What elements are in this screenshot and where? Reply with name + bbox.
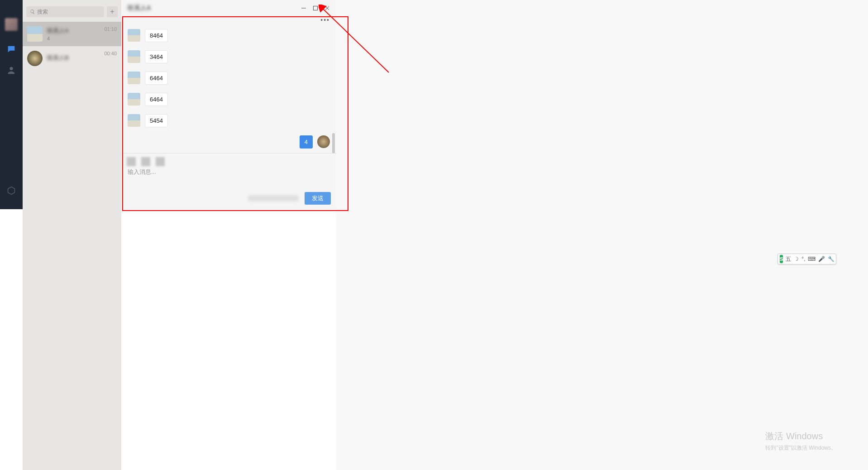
message-row: 5454 bbox=[128, 114, 330, 127]
chat-title: 联系人A bbox=[128, 4, 151, 12]
conversation-name: 联系人A bbox=[47, 27, 100, 35]
maximize-button[interactable] bbox=[313, 5, 318, 11]
conversation-item[interactable]: 联系人B 00:40 bbox=[23, 46, 121, 71]
ime-mode-label: 五 bbox=[786, 255, 791, 263]
wrench-icon: 🔧 bbox=[828, 256, 835, 262]
message-bubble: 3464 bbox=[145, 50, 168, 63]
search-icon bbox=[30, 9, 35, 14]
close-button[interactable] bbox=[324, 5, 330, 11]
avatar bbox=[128, 50, 140, 63]
window-controls bbox=[301, 5, 330, 11]
search-input[interactable]: 搜索 bbox=[26, 6, 104, 17]
chat-pane: 联系人A ••• 8464 3464 646 bbox=[121, 0, 336, 209]
add-button[interactable]: + bbox=[107, 6, 118, 17]
desktop-area bbox=[0, 209, 23, 470]
message-bubble: 5454 bbox=[145, 114, 168, 127]
avatar bbox=[27, 51, 43, 66]
keyboard-icon: ⌨ bbox=[808, 256, 816, 262]
desktop-area bbox=[121, 209, 336, 470]
message-list: 8464 3464 6464 6464 5454 4 bbox=[121, 24, 336, 153]
avatar bbox=[317, 135, 330, 148]
conversation-time: 00:40 bbox=[104, 51, 117, 56]
avatar bbox=[128, 29, 140, 42]
watermark-subtitle: 转到"设置"以激活 Windows。 bbox=[765, 444, 836, 452]
message-bubble: 8464 bbox=[145, 29, 168, 42]
message-row: 6464 bbox=[128, 72, 330, 85]
file-icon[interactable] bbox=[141, 157, 150, 166]
composer: 输入消息... 发送 bbox=[121, 153, 336, 209]
message-bubble: 6464 bbox=[145, 93, 168, 106]
moon-icon: ☽ bbox=[794, 256, 799, 262]
avatar bbox=[128, 114, 140, 127]
more-icon[interactable]: ••• bbox=[320, 16, 330, 24]
message-row: 6464 bbox=[128, 93, 330, 106]
contacts-icon[interactable] bbox=[6, 65, 16, 75]
avatar bbox=[27, 26, 43, 42]
message-bubble: 6464 bbox=[145, 72, 168, 85]
conversation-time: 01:10 bbox=[104, 26, 117, 32]
send-hint bbox=[248, 196, 298, 201]
message-row: 4 bbox=[128, 135, 330, 149]
nav-rail bbox=[0, 0, 23, 209]
chat-icon[interactable] bbox=[6, 44, 16, 54]
avatar bbox=[128, 72, 140, 84]
screenshot-icon[interactable] bbox=[156, 157, 165, 166]
windows-activation-watermark: 激活 Windows 转到"设置"以激活 Windows。 bbox=[765, 430, 836, 452]
ime-badge-icon: S bbox=[780, 255, 783, 263]
conversation-list: 搜索 + 联系人A 4 01:10 联系人B 00:40 bbox=[23, 0, 121, 209]
scrollbar[interactable] bbox=[332, 133, 335, 153]
watermark-title: 激活 Windows bbox=[765, 430, 836, 442]
avatar bbox=[128, 93, 140, 106]
user-avatar[interactable] bbox=[5, 18, 18, 31]
search-placeholder: 搜索 bbox=[37, 8, 48, 16]
svg-rect-1 bbox=[314, 6, 318, 10]
message-row: 8464 bbox=[128, 29, 330, 42]
settings-hex-icon[interactable] bbox=[6, 186, 16, 196]
punct-icon: °, bbox=[801, 256, 805, 262]
message-bubble: 4 bbox=[300, 135, 313, 149]
desktop-area: S 五 ☽ °, ⌨ 🎤 🔧 激活 Windows 转到"设置"以激活 Wind… bbox=[336, 0, 868, 470]
ime-toolbar[interactable]: S 五 ☽ °, ⌨ 🎤 🔧 bbox=[777, 254, 836, 264]
conversation-item[interactable]: 联系人A 4 01:10 bbox=[23, 22, 121, 46]
conversation-name: 联系人B bbox=[47, 54, 100, 62]
desktop-area bbox=[23, 209, 121, 470]
minimize-button[interactable] bbox=[301, 5, 306, 11]
conversation-preview: 4 bbox=[47, 36, 100, 41]
message-input[interactable]: 输入消息... bbox=[121, 168, 336, 188]
chat-header: 联系人A bbox=[121, 0, 336, 16]
message-row: 3464 bbox=[128, 50, 330, 63]
send-button[interactable]: 发送 bbox=[305, 192, 331, 205]
emoji-icon[interactable] bbox=[127, 157, 136, 166]
mic-icon: 🎤 bbox=[818, 256, 825, 262]
